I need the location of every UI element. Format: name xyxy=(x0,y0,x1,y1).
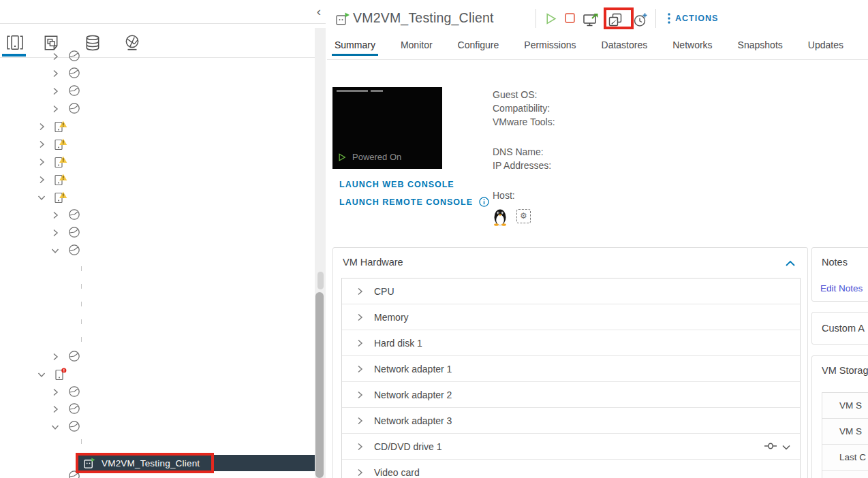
chevron-right-icon[interactable] xyxy=(354,311,366,323)
hardware-row-network-adapter-2[interactable]: Network adapter 2 xyxy=(342,382,800,408)
tab-snapshots[interactable]: Snapshots xyxy=(737,37,784,59)
resource-pool-icon xyxy=(68,84,80,98)
tree-item-resource-pool[interactable] xyxy=(0,419,313,435)
tab-configure[interactable]: Configure xyxy=(457,37,500,59)
resource-pool-icon xyxy=(68,102,80,116)
sidebar-scrollbar-thumb[interactable] xyxy=(315,292,324,478)
connected-icon[interactable] xyxy=(760,441,778,453)
vm-storage-table: VM SVM SLast CVM P xyxy=(822,392,868,478)
hardware-row-network-adapter-3[interactable]: Network adapter 3 xyxy=(342,408,800,434)
resource-pool-icon xyxy=(68,67,80,80)
actions-button[interactable]: ACTIONS xyxy=(668,13,718,24)
hardware-row-network-adapter-1[interactable]: Network adapter 1 xyxy=(342,356,800,382)
tab-permissions[interactable]: Permissions xyxy=(523,37,576,59)
sidebar-scrollbar-thumb-small[interactable] xyxy=(317,272,324,289)
selected-vm-label: VM2VM_Testing_Client xyxy=(102,458,200,468)
chevron-right-icon[interactable] xyxy=(35,156,48,168)
tree-item-resource-pool[interactable] xyxy=(0,65,313,82)
chevron-right-icon[interactable] xyxy=(49,85,61,97)
linux-penguin-icon xyxy=(492,208,508,226)
chevron-right-icon[interactable] xyxy=(49,351,61,363)
divider xyxy=(536,9,536,28)
edit-notes-link[interactable]: Edit Notes xyxy=(820,283,863,293)
chevron-up-icon[interactable] xyxy=(786,257,795,270)
tree-item-resource-pool[interactable] xyxy=(0,83,313,99)
shut-down-icon[interactable] xyxy=(564,12,580,29)
chevron-right-icon[interactable] xyxy=(354,337,366,349)
link-label: LAUNCH WEB CONSOLE xyxy=(339,180,454,189)
launch-web-console-link[interactable]: LAUNCH WEB CONSOLE xyxy=(339,180,454,189)
hardware-row-cd-dvd-drive-1[interactable]: CD/DVD drive 1 xyxy=(342,434,800,460)
chevron-right-icon[interactable] xyxy=(49,403,61,415)
take-snapshot-icon[interactable] xyxy=(608,12,624,29)
tree-item-resource-pool[interactable] xyxy=(0,401,313,417)
notes-title: Notes xyxy=(822,257,848,268)
chevron-right-icon[interactable] xyxy=(354,389,366,401)
chevron-down-icon[interactable] xyxy=(778,441,790,453)
tree-item-selected-vm[interactable]: VM2VM_Testing_Client xyxy=(78,455,315,471)
schedule-task-icon[interactable] xyxy=(633,12,649,29)
resource-pool-icon xyxy=(68,420,80,434)
chevron-down-icon[interactable] xyxy=(49,244,61,257)
play-outline-icon xyxy=(338,153,346,161)
tree-item-resource-pool[interactable] xyxy=(0,349,313,365)
launch-remote-console-link[interactable]: LAUNCH REMOTE CONSOLE xyxy=(339,197,489,207)
tree-item-host-warning[interactable] xyxy=(0,154,313,170)
tree-item-resource-pool[interactable] xyxy=(0,242,313,259)
hardware-row-video-card[interactable]: Video card xyxy=(342,460,800,478)
hardware-row-memory[interactable]: Memory xyxy=(342,304,800,330)
chevron-right-icon[interactable] xyxy=(35,138,48,150)
chevron-right-icon[interactable] xyxy=(49,67,61,80)
tree-item-host-warning[interactable] xyxy=(0,172,313,188)
tree-item-host-alert[interactable] xyxy=(0,366,313,383)
chevron-right-icon[interactable] xyxy=(35,174,48,186)
tab-updates[interactable]: Updates xyxy=(807,37,844,59)
divider xyxy=(655,9,656,28)
chevron-right-icon[interactable] xyxy=(49,50,61,63)
chevron-down-icon[interactable] xyxy=(35,368,48,381)
host-warning-icon xyxy=(55,138,67,151)
storage-table-row: VM P xyxy=(822,471,868,478)
tree-item-resource-pool[interactable] xyxy=(0,48,313,65)
sidebar-collapse-icon[interactable]: ‹ xyxy=(312,4,326,19)
hardware-row-hard-disk-1[interactable]: Hard disk 1 xyxy=(342,330,800,356)
tree-item-host-warning[interactable] xyxy=(0,189,313,206)
chevron-down-icon[interactable] xyxy=(49,421,61,433)
tree-guide-line xyxy=(81,266,82,344)
dns-name-label: DNS Name: xyxy=(493,146,544,157)
notes-card: Notes Edit Notes xyxy=(811,247,868,302)
tree-item-resource-pool[interactable] xyxy=(0,207,313,223)
tree-item-host-warning[interactable] xyxy=(0,118,313,135)
chevron-right-icon[interactable] xyxy=(49,227,61,239)
chevron-right-icon[interactable] xyxy=(354,441,366,453)
chevron-right-icon[interactable] xyxy=(354,285,366,298)
vm-powered-on-icon xyxy=(335,12,350,27)
chevron-right-icon[interactable] xyxy=(35,121,48,133)
link-label: LAUNCH REMOTE CONSOLE xyxy=(339,197,473,207)
storage-table-row: VM S xyxy=(822,393,868,419)
chevron-right-icon[interactable] xyxy=(354,415,366,427)
tab-monitor[interactable]: Monitor xyxy=(400,37,433,59)
hardware-row-cpu[interactable]: CPU xyxy=(342,278,800,304)
tree-item-resource-pool[interactable] xyxy=(0,384,313,400)
tab-datastores[interactable]: Datastores xyxy=(601,37,649,59)
tree-item-resource-pool[interactable] xyxy=(0,225,313,241)
tab-networks[interactable]: Networks xyxy=(672,37,713,59)
tree-item-host-warning[interactable] xyxy=(0,136,313,153)
chevron-right-icon[interactable] xyxy=(49,209,61,221)
vm-console-thumbnail[interactable]: Powered On xyxy=(332,87,442,169)
tree-item-resource-pool[interactable] xyxy=(0,101,313,117)
main-panel: VM2VM_Testing_Client ACTIONS SummaryMoni… xyxy=(327,0,868,478)
host-warning-icon xyxy=(55,191,67,204)
launch-remote-console-icon[interactable] xyxy=(583,12,600,29)
hardware-row-label: Hard disk 1 xyxy=(374,338,422,349)
chevron-right-icon[interactable] xyxy=(354,466,366,478)
info-icon[interactable] xyxy=(479,197,489,207)
chevron-right-icon[interactable] xyxy=(49,103,61,115)
chevron-down-icon[interactable] xyxy=(35,191,48,204)
chevron-right-icon[interactable] xyxy=(354,363,366,375)
power-on-icon[interactable] xyxy=(544,12,561,29)
tab-summary[interactable]: Summary xyxy=(334,37,376,59)
chevron-right-icon[interactable] xyxy=(49,386,61,398)
host-warning-icon xyxy=(55,120,67,133)
